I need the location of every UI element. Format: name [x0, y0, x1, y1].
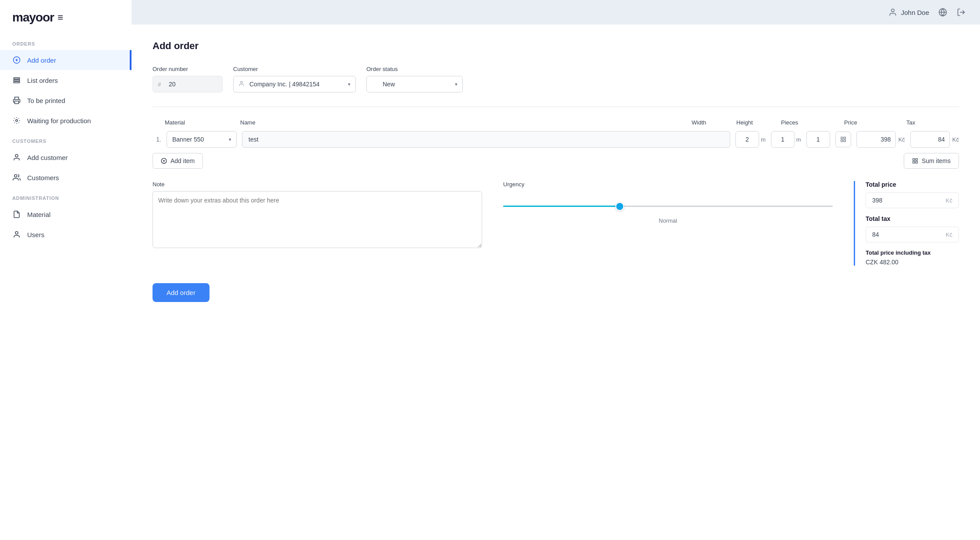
material-select-wrapper: Banner 550 ▾ — [167, 131, 237, 148]
height-input[interactable] — [771, 131, 795, 148]
tax-input-group: Kč — [910, 131, 959, 148]
sidebar-item-label: To be printed — [27, 97, 65, 104]
svg-rect-17 — [844, 137, 845, 139]
urgency-label: Urgency — [503, 181, 833, 188]
items-footer: Add item Sum items — [153, 153, 959, 169]
table-row: 1. Banner 550 ▾ m m — [153, 131, 959, 148]
total-incl-tax-value: CZK 482.00 — [866, 259, 959, 266]
order-number-input[interactable] — [153, 76, 223, 92]
customers-section-label: CUSTOMERS — [0, 131, 131, 147]
sum-items-label: Sum items — [922, 157, 951, 164]
price-col-header: Price — [844, 119, 901, 126]
height-col-header: Height — [736, 119, 776, 126]
urgency-slider[interactable] — [503, 206, 833, 207]
user-avatar-icon — [888, 7, 898, 17]
material-col-header: Material — [165, 119, 235, 126]
tax-input[interactable] — [910, 131, 950, 148]
svg-point-7 — [16, 120, 18, 122]
sidebar-item-label: List orders — [27, 77, 58, 84]
customer-select[interactable]: Company Inc. | 49842154 — [233, 76, 356, 92]
svg-point-8 — [15, 154, 18, 157]
section-divider — [153, 107, 959, 107]
svg-rect-25 — [913, 161, 915, 163]
svg-rect-4 — [14, 80, 20, 81]
main: John Doe Add order Order number # Custom… — [131, 0, 980, 540]
submit-label: Add order — [167, 289, 195, 296]
material-select[interactable]: Banner 550 — [167, 131, 237, 148]
width-unit: m — [761, 136, 766, 143]
order-status-label: Order status — [366, 66, 463, 72]
user-plus-icon — [12, 153, 21, 162]
svg-rect-16 — [841, 137, 842, 139]
item-name-input[interactable] — [242, 131, 730, 148]
urgency-section: Urgency Normal — [503, 181, 833, 266]
width-input[interactable] — [735, 131, 759, 148]
sidebar-item-add-order[interactable]: Add order — [0, 50, 131, 70]
bottom-section: Note Urgency Normal Total price 398 Kč T… — [153, 181, 959, 266]
svg-rect-26 — [916, 161, 917, 163]
total-incl-tax-label: Total price including tax — [866, 249, 959, 256]
print-icon — [12, 96, 21, 105]
page-content: Add order Order number # Customer Compan… — [131, 25, 980, 540]
pieces-input[interactable] — [806, 131, 830, 148]
urgency-value-label: Normal — [503, 217, 833, 224]
note-textarea[interactable] — [153, 191, 482, 248]
globe-icon[interactable] — [938, 7, 948, 17]
items-column-headers: Material Name Width Height Pieces Price … — [153, 119, 959, 126]
items-section: Material Name Width Height Pieces Price … — [153, 119, 959, 169]
svg-rect-5 — [14, 82, 20, 83]
order-status-select[interactable]: New To be printed Waiting for production… — [366, 76, 463, 92]
logo-icon: ≡ — [57, 12, 63, 23]
order-status-group: Order status New To be printed Waiting f… — [366, 66, 463, 92]
customer-group: Customer Company Inc. | 49842154 ▾ — [233, 66, 356, 92]
order-number-label: Order number — [153, 66, 223, 72]
note-section: Note — [153, 181, 482, 266]
total-price-value: 398 — [872, 197, 882, 204]
sidebar-item-customers[interactable]: Customers — [0, 167, 131, 188]
svg-point-9 — [14, 174, 17, 177]
total-tax-currency: Kč — [946, 231, 952, 238]
svg-rect-23 — [913, 159, 915, 160]
sidebar-item-add-customer[interactable]: Add customer — [0, 147, 131, 167]
sidebar-item-users[interactable]: Users — [0, 224, 131, 245]
height-unit: m — [796, 136, 801, 143]
sum-items-button[interactable]: Sum items — [904, 153, 959, 169]
svg-rect-6 — [15, 101, 19, 104]
order-number-input-wrapper: # — [153, 76, 223, 92]
add-item-label: Add item — [170, 157, 195, 164]
width-col-header: Width — [692, 119, 731, 126]
customer-label: Customer — [233, 66, 356, 72]
item-number: 1. — [153, 136, 161, 143]
sidebar-item-to-be-printed[interactable]: To be printed — [0, 90, 131, 110]
item-grid-button[interactable] — [835, 131, 851, 147]
order-meta-row: Order number # Customer Company Inc. | 4… — [153, 66, 959, 92]
add-item-button[interactable]: Add item — [153, 153, 203, 169]
user-menu[interactable]: John Doe — [888, 7, 929, 17]
topbar: John Doe — [131, 0, 980, 25]
hash-icon: # — [158, 81, 161, 88]
sidebar-item-material[interactable]: Material — [0, 204, 131, 224]
total-price-label: Total price — [866, 181, 959, 188]
pieces-col-header: Pieces — [781, 119, 816, 126]
sidebar-item-waiting-for-production[interactable]: Waiting for production — [0, 110, 131, 131]
order-number-group: Order number # — [153, 66, 223, 92]
width-input-group: m — [735, 131, 766, 148]
svg-rect-24 — [916, 159, 917, 160]
tax-currency: Kč — [952, 136, 959, 143]
sidebar-item-label: Material — [27, 211, 50, 218]
total-tax-value: 84 — [872, 231, 879, 238]
sidebar-item-label: Customers — [27, 174, 59, 181]
orders-section-label: ORDERS — [0, 33, 131, 50]
submit-button[interactable]: Add order — [153, 283, 209, 302]
sidebar-item-label: Add order — [27, 57, 56, 64]
price-input[interactable] — [856, 131, 896, 148]
svg-point-10 — [15, 231, 18, 234]
logout-icon[interactable] — [956, 7, 966, 17]
svg-rect-3 — [14, 78, 20, 79]
sidebar-item-list-orders[interactable]: List orders — [0, 70, 131, 90]
price-input-group: Kč — [856, 131, 905, 148]
name-col-header: Name — [240, 119, 686, 126]
note-label: Note — [153, 181, 482, 188]
total-tax-label: Total tax — [866, 215, 959, 222]
user-name: John Doe — [901, 9, 929, 16]
